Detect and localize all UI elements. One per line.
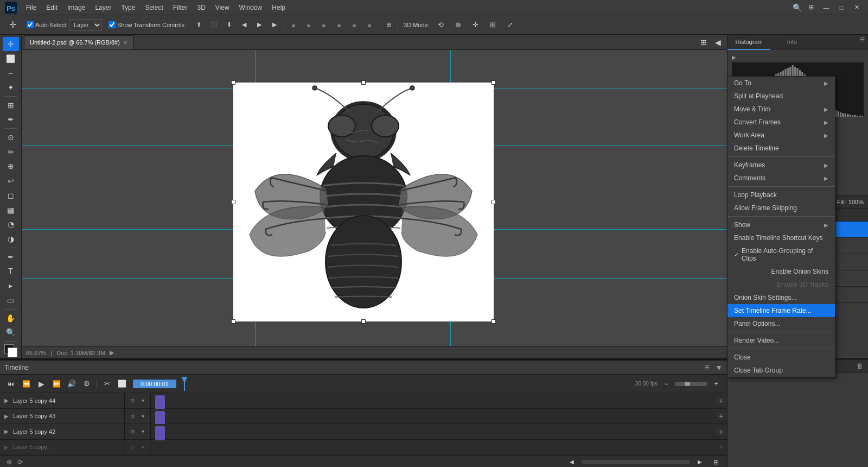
go-to-start-btn[interactable]: ⏮	[4, 377, 17, 390]
clone-tool[interactable]: ⊕	[3, 160, 19, 174]
tl-track-timeline-2[interactable]	[151, 424, 715, 439]
histogram-play-icon[interactable]: ▶	[732, 54, 736, 60]
spot-heal-tool[interactable]: ⊙	[3, 130, 19, 144]
align-top-icon[interactable]: ⬆	[192, 18, 206, 32]
ctx-split-at-playhead[interactable]: Split at Playhead	[727, 90, 835, 103]
tl-track-timeline-partial[interactable]	[151, 440, 715, 455]
convert-icon[interactable]: ⟳	[15, 457, 25, 467]
menu-file[interactable]: File	[22, 2, 41, 14]
tl-scrollbar[interactable]	[582, 460, 690, 464]
move-tool-icon[interactable]: ✛	[5, 18, 20, 32]
delete-layer-icon[interactable]: 🗑	[855, 361, 865, 371]
track-add-0[interactable]: +	[715, 396, 727, 405]
rect-select-tool[interactable]: ⬜	[3, 52, 19, 66]
track-keyframe-1[interactable]: ⊙	[127, 411, 137, 421]
transform-handle-br[interactable]	[492, 319, 496, 324]
track-menu-partial[interactable]: ▾	[138, 442, 148, 452]
auto-select-dropdown[interactable]: Layer Group	[69, 19, 102, 31]
ctx-loop-playback[interactable]: Loop Playback	[727, 188, 835, 201]
track-expand-1[interactable]: ▶	[4, 413, 9, 419]
menu-filter[interactable]: Filter	[169, 2, 192, 14]
menu-image[interactable]: Image	[63, 2, 90, 14]
arrange-panels-button[interactable]: ⊞	[804, 1, 818, 15]
menu-view[interactable]: View	[211, 2, 234, 14]
track-menu-2[interactable]: ▾	[138, 427, 148, 437]
cut-btn[interactable]: ✂	[100, 377, 113, 390]
3d-orbit-icon[interactable]: ⟲	[434, 18, 448, 32]
distribute-left-icon[interactable]: ≡	[332, 18, 346, 32]
rect-shape-tool[interactable]: ▭	[3, 293, 19, 307]
ctx-convert-frames[interactable]: Convert Frames ▶	[727, 116, 835, 129]
transform-handle-bl[interactable]	[231, 319, 235, 324]
tl-clip-2[interactable]	[155, 426, 165, 440]
transform-handle-bm[interactable]	[361, 319, 366, 324]
audio-btn[interactable]: 🔊	[65, 377, 78, 390]
track-add-1[interactable]: +	[715, 412, 727, 420]
ctx-enable-onion-skins[interactable]: Enable Onion Skins	[727, 265, 835, 278]
align-right-icon[interactable]: ▶	[267, 18, 282, 32]
tl-clip-1[interactable]	[155, 411, 165, 425]
foreground-color[interactable]	[3, 343, 18, 356]
arrange-docs-icon[interactable]: ⊞	[697, 35, 711, 49]
history-brush-tool[interactable]: ↩	[3, 174, 19, 188]
eyedropper-tool[interactable]: ✒	[3, 113, 19, 127]
menu-edit[interactable]: Edit	[42, 2, 62, 14]
timeline-zoom-out[interactable]: −	[660, 377, 673, 390]
track-menu-0[interactable]: ▾	[138, 396, 148, 406]
ctx-set-frame-rate[interactable]: Set Timeline Frame Rate...	[727, 304, 835, 317]
step-back-btn[interactable]: ⏪	[20, 377, 33, 390]
canvas-tab-close[interactable]: ✕	[123, 40, 127, 46]
blur-tool[interactable]: ◔	[3, 218, 19, 232]
tl-track-timeline-0[interactable]	[151, 393, 715, 408]
distribute-right-icon[interactable]: ≡	[362, 18, 376, 32]
3d-drag-icon[interactable]: ✛	[469, 18, 483, 32]
ctx-show[interactable]: Show ▶	[727, 218, 835, 231]
ctx-onion-skin-settings[interactable]: Onion Skin Settings...	[727, 291, 835, 304]
ctx-close-tab-group[interactable]: Close Tab Group	[727, 364, 835, 377]
track-add-partial[interactable]: +	[715, 443, 727, 451]
gradient-tool[interactable]: ▦	[3, 203, 19, 217]
tl-track-timeline-1[interactable]	[151, 409, 715, 424]
menu-select[interactable]: Select	[141, 2, 167, 14]
lasso-tool[interactable]: ⌢	[3, 66, 19, 80]
status-expand-btn[interactable]: ▶	[110, 349, 114, 356]
eraser-tool[interactable]: ◻	[3, 188, 19, 203]
magic-wand-tool[interactable]: ✦	[3, 80, 19, 94]
track-expand-partial[interactable]: ▶	[4, 444, 9, 450]
canvas-content[interactable]	[22, 50, 727, 358]
menu-type[interactable]: Type	[117, 2, 139, 14]
distribute-hcenter-icon[interactable]: ≡	[347, 18, 361, 32]
maximize-button[interactable]: □	[834, 1, 848, 15]
ctx-move-trim[interactable]: Move & Trim ▶	[727, 103, 835, 116]
type-tool[interactable]: T	[3, 264, 19, 279]
path-select-tool[interactable]: ▸	[3, 279, 19, 293]
ctx-render-video[interactable]: Render Video...	[727, 334, 835, 347]
menu-3d[interactable]: 3D	[193, 2, 209, 14]
transform-handle-tr[interactable]	[492, 80, 496, 85]
pen-tool[interactable]: ✒	[3, 250, 19, 264]
menu-help[interactable]: Help	[267, 2, 290, 14]
step-forward-btn[interactable]: ⏩	[50, 377, 63, 390]
align-vcenter-icon[interactable]: ⬛	[207, 18, 221, 32]
transform-handle-tm[interactable]	[361, 80, 366, 85]
track-keyframe-2[interactable]: ⊙	[127, 427, 137, 437]
transform-handle-mr[interactable]	[492, 200, 496, 204]
tab-info[interactable]: Info	[770, 35, 813, 50]
panel-menu-icon[interactable]: ≡	[857, 35, 868, 50]
transform-handle-tl[interactable]	[231, 80, 235, 85]
lift-btn[interactable]: ⬜	[116, 377, 129, 390]
transform-handle-ml[interactable]	[231, 200, 235, 204]
auto-select-checkbox[interactable]	[27, 21, 34, 28]
track-menu-1[interactable]: ▾	[138, 411, 148, 421]
settings-btn[interactable]: ⚙	[80, 377, 93, 390]
timeline-collapse-btn[interactable]: ▼	[715, 363, 723, 372]
align-left-icon[interactable]: ◀	[237, 18, 251, 32]
tl-clip-0[interactable]	[155, 395, 165, 409]
tl-expand-panel[interactable]: ⊞	[710, 456, 723, 468]
zoom-tool[interactable]: 🔍	[3, 325, 19, 339]
ctx-enable-tl-shortcuts[interactable]: Enable Timeline Shortcut Keys	[727, 231, 835, 244]
distribute-top-icon[interactable]: ≡	[286, 18, 301, 32]
tab-histogram[interactable]: Histogram	[727, 35, 770, 50]
track-expand-2[interactable]: ▶	[4, 428, 9, 434]
minimize-button[interactable]: —	[819, 1, 833, 15]
